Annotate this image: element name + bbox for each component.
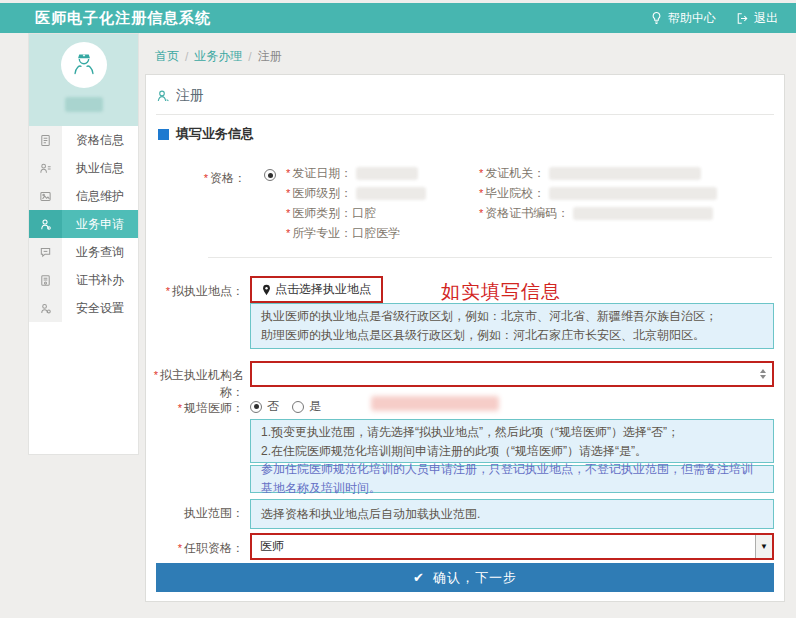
confirm-next-label: 确认，下一步 [433,569,517,587]
divider [208,257,772,258]
image-icon [29,182,62,210]
redacted-value [549,187,717,200]
sidebar-item-practice-info[interactable]: 执业信息 [29,154,138,182]
person-icon [29,210,62,238]
avatar [61,42,107,88]
required-asterisk: * [204,172,208,184]
help-center-label: 帮助中心 [668,10,716,27]
user-lock-icon [29,294,62,322]
redacted-value [356,167,418,180]
tutorial-annotation: 如实填写信息 [441,279,561,305]
redacted-value [549,167,701,180]
note-line: 参加住院医师规范化培训的人员申请注册，只登记执业地点，不登记执业范围，但需备注培… [261,460,763,498]
redacted-annotation [371,396,499,411]
practice-location-note: 执业医师的执业地点是省级行政区划，例如：北京市、河北省、新疆维吾尔族自治区； 助… [250,303,774,349]
note-line: 执业医师的执业地点是省级行政区划，例如：北京市、河北省、新疆维吾尔族自治区； [261,307,763,326]
sidebar-item-business-query[interactable]: 业务查询 [29,238,138,266]
section-title-row: 注册 [156,87,774,115]
note-line: 1.预变更执业范围，请先选择“拟执业地点”，然后此项（“规培医师”）选择“否”； [261,423,763,442]
select-practice-location-label: 点击选择执业地点 [275,281,371,298]
training-note: 1.预变更执业范围，请先选择“拟执业地点”，然后此项（“规培医师”）选择“否”；… [250,419,774,463]
note-line: 助理医师的执业地点是区县级行政区划，例如：河北石家庄市长安区、北京朝阳区。 [261,326,763,345]
main-org-select[interactable] [250,361,774,387]
redacted-value [573,207,713,220]
chat-icon [29,238,62,266]
sidebar-item-info-maintenance[interactable]: 信息维护 [29,182,138,210]
logout-label: 退出 [754,10,778,27]
lightbulb-icon [650,11,663,25]
field-graduate-school: *毕业院校： [479,183,717,203]
breadcrumb-business-handling[interactable]: 业务办理 [194,48,242,65]
sidebar-item-label: 业务申请 [62,210,138,238]
qualification-radio[interactable] [264,169,276,181]
profile-panel [29,34,138,126]
practice-scope-note: 选择资格和执业地点后自动加载执业范围. [250,499,774,529]
breadcrumb-separator: / [185,50,188,64]
field-doctor-category: *医师类别：口腔 [286,203,426,223]
subsection-title: 填写业务信息 [176,125,254,143]
training-options: 否 是 [250,398,321,415]
help-center-link[interactable]: 帮助中心 [650,10,716,27]
sidebar-item-business-application[interactable]: 业务申请 [29,210,138,238]
sidebar: 资格信息 执业信息 信息维护 业务申请 业务查询 证书补办 [28,33,139,455]
location-pin-icon [262,284,271,296]
logout-link[interactable]: 退出 [736,10,778,27]
qualification-fields-right: *发证机关： *毕业院校： *资格证书编码： [479,163,717,223]
breadcrumb-current: 注册 [258,48,282,65]
field-doctor-level: *医师级别： [286,183,426,203]
sidebar-item-label: 业务查询 [62,238,138,266]
note-line: 选择资格和执业地点后自动加载执业范围. [261,505,480,524]
qualification-fields-left: *发证日期： *医师级别： *医师类别：口腔 *所学专业：口腔医学 [286,163,426,243]
logout-icon [736,12,749,25]
field-issue-authority: *发证机关： [479,163,717,183]
certificate-icon [29,266,62,294]
training-yes-radio[interactable] [292,401,304,413]
sidebar-item-label: 资格信息 [62,126,138,154]
sidebar-item-label: 执业信息 [62,154,138,182]
sidebar-item-label: 信息维护 [62,182,138,210]
subsection-title-row: 填写业务信息 [158,125,254,143]
confirm-next-button[interactable]: ✔ 确认，下一步 [156,563,774,592]
redacted-value [356,187,426,200]
breadcrumb-home[interactable]: 首页 [155,48,179,65]
sidebar-item-qualification-info[interactable]: 资格信息 [29,126,138,154]
post-qualification-label: *任职资格： [144,540,244,557]
training-extra-note: 参加住院医师规范化培训的人员申请注册，只登记执业地点，不登记执业范围，但需备注培… [250,465,774,493]
training-yes-label: 是 [309,398,321,415]
field-certificate-number: *资格证书编码： [479,203,717,223]
sidebar-menu: 资格信息 执业信息 信息维护 业务申请 业务查询 证书补办 [29,126,138,322]
note-line: 2.在住院医师规范化培训期间申请注册的此项（“规培医师”）请选择“是”。 [261,442,763,461]
person-outline-icon [156,89,170,103]
check-icon: ✔ [413,570,425,585]
content-card: 注册 填写业务信息 *资格： *发证日期： *医师级别： *医师类别：口腔 *所… [145,74,785,602]
app-title: 医师电子化注册信息系统 [35,9,211,28]
sidebar-item-label: 安全设置 [62,294,138,322]
main-org-label: *拟主执业机构名称： [144,367,244,401]
sidebar-item-label: 证书补办 [62,266,138,294]
practice-location-label: *拟执业地点： [144,283,244,300]
practice-scope-label: 执业范围： [144,505,244,522]
spinner-arrows-icon [760,369,766,379]
training-no-label: 否 [267,398,279,415]
breadcrumb: 首页 / 业务办理 / 注册 [155,48,282,65]
page-title: 注册 [176,87,204,105]
blue-square-bullet [158,129,169,140]
top-header: 医师电子化注册信息系统 帮助中心 退出 [0,3,796,33]
training-label: *规培医师： [144,400,244,417]
field-issue-date: *发证日期： [286,163,426,183]
page: 医师电子化注册信息系统 帮助中心 退出 [0,0,796,618]
sidebar-item-security-settings[interactable]: 安全设置 [29,294,138,322]
practice-person-icon [29,154,62,182]
field-major: *所学专业：口腔医学 [286,223,426,243]
qualification-label: *资格： [146,170,246,187]
post-qualification-select[interactable]: 医师 ▼ [250,533,774,560]
post-qualification-value: 医师 [252,538,284,555]
user-name-redacted [65,97,103,112]
document-icon [29,126,62,154]
dropdown-arrow-icon[interactable]: ▼ [755,535,772,558]
select-practice-location-button[interactable]: 点击选择执业地点 [250,276,383,303]
sidebar-item-certificate-reissue[interactable]: 证书补办 [29,266,138,294]
training-no-radio[interactable] [250,401,262,413]
topbar-actions: 帮助中心 退出 [650,10,778,27]
breadcrumb-separator: / [248,50,251,64]
